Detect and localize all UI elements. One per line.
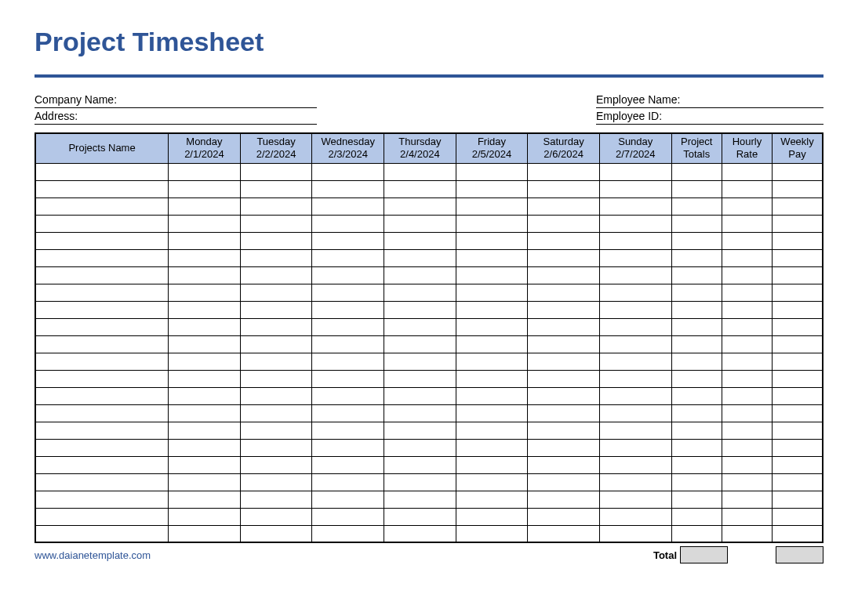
table-cell[interactable] [384, 335, 456, 353]
table-cell[interactable] [722, 266, 772, 284]
table-cell[interactable] [312, 318, 384, 335]
table-cell[interactable] [240, 491, 312, 508]
table-cell[interactable] [528, 491, 600, 508]
table-cell[interactable] [671, 284, 722, 301]
table-cell[interactable] [312, 353, 384, 370]
company-name-field[interactable]: Company Name: [35, 92, 317, 108]
table-cell[interactable] [35, 232, 169, 249]
table-cell[interactable] [671, 249, 722, 266]
table-cell[interactable] [312, 301, 384, 318]
table-cell[interactable] [671, 404, 722, 422]
table-cell[interactable] [35, 353, 169, 370]
table-cell[interactable] [528, 249, 600, 266]
table-cell[interactable] [599, 335, 671, 353]
table-cell[interactable] [456, 232, 528, 249]
table-cell[interactable] [773, 404, 823, 422]
table-cell[interactable] [35, 491, 169, 508]
table-cell[interactable] [456, 249, 528, 266]
table-cell[interactable] [671, 163, 722, 180]
table-cell[interactable] [722, 163, 772, 180]
table-cell[interactable] [528, 266, 600, 284]
employee-name-field[interactable]: Employee Name: [596, 92, 823, 108]
table-cell[interactable] [773, 215, 823, 232]
table-cell[interactable] [671, 370, 722, 387]
table-cell[interactable] [528, 232, 600, 249]
table-cell[interactable] [240, 284, 312, 301]
table-cell[interactable] [169, 266, 241, 284]
table-cell[interactable] [35, 180, 169, 197]
table-cell[interactable] [671, 335, 722, 353]
table-cell[interactable] [722, 491, 772, 508]
table-cell[interactable] [599, 473, 671, 491]
table-cell[interactable] [312, 163, 384, 180]
table-cell[interactable] [169, 180, 241, 197]
table-cell[interactable] [722, 249, 772, 266]
table-cell[interactable] [456, 318, 528, 335]
table-cell[interactable] [456, 508, 528, 525]
table-cell[interactable] [722, 473, 772, 491]
table-cell[interactable] [671, 180, 722, 197]
table-cell[interactable] [599, 422, 671, 439]
table-cell[interactable] [773, 301, 823, 318]
table-cell[interactable] [722, 456, 772, 473]
table-cell[interactable] [169, 422, 241, 439]
table-cell[interactable] [599, 353, 671, 370]
table-cell[interactable] [240, 266, 312, 284]
table-cell[interactable] [169, 353, 241, 370]
table-cell[interactable] [312, 266, 384, 284]
table-cell[interactable] [671, 197, 722, 215]
table-cell[interactable] [384, 456, 456, 473]
table-cell[interactable] [773, 249, 823, 266]
table-cell[interactable] [35, 197, 169, 215]
table-cell[interactable] [456, 163, 528, 180]
table-cell[interactable] [240, 301, 312, 318]
table-cell[interactable] [671, 301, 722, 318]
table-cell[interactable] [240, 249, 312, 266]
table-cell[interactable] [773, 370, 823, 387]
table-cell[interactable] [456, 491, 528, 508]
table-cell[interactable] [722, 387, 772, 404]
table-cell[interactable] [456, 404, 528, 422]
table-cell[interactable] [384, 370, 456, 387]
table-cell[interactable] [456, 266, 528, 284]
table-cell[interactable] [528, 404, 600, 422]
table-cell[interactable] [169, 232, 241, 249]
table-cell[interactable] [456, 335, 528, 353]
table-cell[interactable] [773, 508, 823, 525]
table-cell[interactable] [169, 508, 241, 525]
table-cell[interactable] [384, 353, 456, 370]
table-cell[interactable] [722, 197, 772, 215]
table-cell[interactable] [722, 422, 772, 439]
table-cell[interactable] [312, 508, 384, 525]
table-cell[interactable] [456, 215, 528, 232]
table-cell[interactable] [312, 180, 384, 197]
table-cell[interactable] [456, 197, 528, 215]
table-cell[interactable] [528, 508, 600, 525]
table-cell[interactable] [35, 439, 169, 456]
table-cell[interactable] [35, 456, 169, 473]
table-cell[interactable] [528, 387, 600, 404]
table-cell[interactable] [528, 215, 600, 232]
table-cell[interactable] [599, 163, 671, 180]
table-cell[interactable] [671, 491, 722, 508]
table-cell[interactable] [599, 318, 671, 335]
table-cell[interactable] [169, 387, 241, 404]
table-cell[interactable] [722, 525, 772, 542]
table-cell[interactable] [599, 508, 671, 525]
table-cell[interactable] [312, 422, 384, 439]
table-cell[interactable] [528, 456, 600, 473]
table-cell[interactable] [599, 266, 671, 284]
table-cell[interactable] [722, 318, 772, 335]
table-cell[interactable] [384, 508, 456, 525]
table-cell[interactable] [528, 335, 600, 353]
table-cell[interactable] [240, 335, 312, 353]
table-cell[interactable] [312, 491, 384, 508]
table-cell[interactable] [240, 525, 312, 542]
table-cell[interactable] [599, 215, 671, 232]
table-cell[interactable] [773, 456, 823, 473]
table-cell[interactable] [671, 525, 722, 542]
table-cell[interactable] [312, 525, 384, 542]
table-cell[interactable] [240, 353, 312, 370]
table-cell[interactable] [456, 525, 528, 542]
table-cell[interactable] [722, 301, 772, 318]
